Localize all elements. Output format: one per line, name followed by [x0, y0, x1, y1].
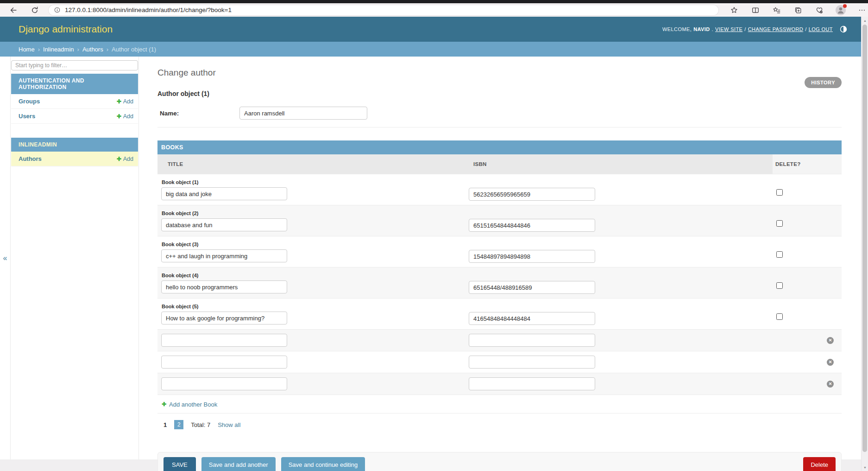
remove-row-icon[interactable]: ✕ [827, 381, 834, 388]
model-link[interactable]: Authors [19, 155, 42, 162]
sidebar-sections: AUTHENTICATION AND AUTHORIZATIONGroups✚A… [11, 74, 138, 166]
breadcrumb-link-inlineadmin[interactable]: Inlineadmin [43, 46, 74, 53]
book-title-input[interactable] [161, 187, 287, 200]
book-isbn-input[interactable] [469, 188, 595, 201]
site-title[interactable]: Django administration [19, 24, 113, 35]
save-add-another-button[interactable]: Save and add another [201, 457, 276, 471]
book-object-label: Book object (3) [162, 242, 469, 247]
history-button[interactable]: HISTORY [805, 77, 842, 88]
breadcrumb-link-home[interactable]: Home [19, 46, 35, 53]
delete-checkbox[interactable] [776, 220, 783, 227]
delete-button[interactable]: Delete [803, 457, 836, 471]
sidebar-item-authors[interactable]: Authors✚Add [11, 152, 138, 166]
title-cell [157, 334, 469, 347]
isbn-cell [469, 210, 773, 232]
add-label: Add [123, 113, 133, 120]
user-link-view-site[interactable]: VIEW SITE [715, 26, 742, 32]
collections-icon[interactable] [793, 5, 803, 15]
column-delete: DELETE? [773, 154, 842, 174]
model-link[interactable]: Users [19, 113, 35, 120]
back-icon[interactable] [8, 5, 19, 15]
user-link-separator: / [744, 26, 746, 32]
book-title-input[interactable] [161, 280, 287, 293]
books-inline-module: BOOKS TITLE ISBN DELETE? Book object (1)… [157, 140, 842, 437]
theme-toggle-icon[interactable] [839, 25, 848, 33]
user-link-change-password[interactable]: CHANGE PASSWORD [748, 26, 803, 32]
remove-cell: ✕ [773, 356, 842, 369]
title-cell: Book object (5) [157, 304, 469, 325]
scroll-up-arrow[interactable]: ▲ [862, 17, 868, 24]
save-continue-button[interactable]: Save and continue editing [281, 457, 365, 471]
address-bar[interactable]: 127.0.0.1:8000/admin/inlineadmin/author/… [48, 5, 719, 16]
book-title-input[interactable] [161, 218, 287, 231]
book-isbn-input[interactable] [469, 334, 595, 347]
favorites-icon[interactable] [772, 5, 782, 15]
book-isbn-input[interactable] [469, 219, 595, 232]
book-object-label: Book object (5) [162, 304, 469, 309]
refresh-icon[interactable] [30, 5, 40, 15]
toolbar-icons [729, 5, 867, 15]
sidebar-section-title[interactable]: AUTHENTICATION AND AUTHORIZATION [11, 74, 138, 94]
books-rows: Book object (1)Book object (2)Book objec… [157, 174, 842, 395]
book-title-input[interactable] [161, 312, 287, 325]
bookmark-star-icon[interactable] [729, 5, 739, 15]
profile-avatar-icon[interactable] [836, 5, 846, 15]
split-screen-icon[interactable] [750, 5, 761, 15]
save-button[interactable]: SAVE [164, 457, 196, 471]
delete-checkbox[interactable] [776, 251, 783, 258]
name-input[interactable] [239, 107, 367, 120]
book-row: ✕ [157, 373, 842, 395]
book-title-input[interactable] [161, 334, 287, 347]
sidebar-section-title[interactable]: INLINEADMIN [11, 138, 138, 152]
book-title-input[interactable] [161, 249, 287, 262]
isbn-cell [469, 179, 773, 201]
remove-cell: ✕ [773, 334, 842, 347]
delete-checkbox[interactable] [776, 189, 783, 196]
delete-checkbox[interactable] [776, 282, 783, 289]
sidebar-item-users[interactable]: Users✚Add [11, 109, 138, 124]
title-cell: Book object (4) [157, 273, 469, 294]
breadcrumb-link-authors[interactable]: Authors [82, 46, 103, 53]
book-isbn-input[interactable] [469, 250, 595, 263]
book-object-label: Book object (2) [162, 210, 469, 216]
remove-row-icon[interactable]: ✕ [827, 337, 834, 344]
add-link[interactable]: ✚Add [117, 113, 133, 120]
notification-dot-icon [843, 4, 847, 8]
column-isbn: ISBN [469, 154, 773, 174]
pagination-page-link[interactable]: 1 [164, 421, 167, 428]
model-link[interactable]: Groups [19, 98, 40, 105]
page-scrollbar[interactable]: ▲ ▼ [861, 17, 868, 471]
add-another-book-link[interactable]: ✚ Add another Book [162, 401, 217, 408]
add-link[interactable]: ✚Add [117, 98, 133, 105]
sidebar-toggle[interactable]: « [0, 57, 11, 459]
browser-essentials-icon[interactable] [814, 5, 824, 15]
sidebar-module: INLINEADMINAuthors✚Add [11, 138, 138, 166]
title-cell: Book object (2) [157, 210, 469, 232]
sidebar-filter-input[interactable] [11, 60, 138, 70]
book-isbn-input[interactable] [469, 281, 595, 294]
book-isbn-input[interactable] [469, 356, 595, 369]
user-links: VIEW SITE/CHANGE PASSWORD/LOG OUT [715, 26, 833, 32]
user-link-log-out[interactable]: LOG OUT [809, 26, 833, 32]
scroll-down-arrow[interactable]: ▼ [862, 464, 868, 471]
book-isbn-input[interactable] [469, 312, 595, 325]
delete-cell [773, 179, 842, 201]
inline-pagination: 12Total: 7Show all [157, 413, 842, 437]
breadcrumb-current: Author object (1) [112, 46, 156, 53]
name-label: Name: [160, 110, 239, 117]
content: Change author HISTORY Author object (1) … [139, 57, 868, 459]
book-isbn-input[interactable] [469, 377, 595, 390]
site-info-icon[interactable] [54, 6, 61, 13]
show-all-link[interactable]: Show all [218, 421, 240, 428]
scrollbar-thumb[interactable] [862, 25, 867, 452]
isbn-cell [469, 356, 773, 369]
more-icon[interactable] [857, 5, 867, 15]
remove-cell: ✕ [773, 377, 842, 390]
sidebar-item-groups[interactable]: Groups✚Add [11, 94, 138, 109]
book-title-input[interactable] [161, 356, 287, 369]
book-title-input[interactable] [161, 377, 287, 390]
delete-checkbox[interactable] [776, 313, 783, 320]
remove-row-icon[interactable]: ✕ [827, 359, 834, 366]
add-link[interactable]: ✚Add [117, 156, 133, 162]
pagination-current-page[interactable]: 2 [174, 420, 183, 429]
